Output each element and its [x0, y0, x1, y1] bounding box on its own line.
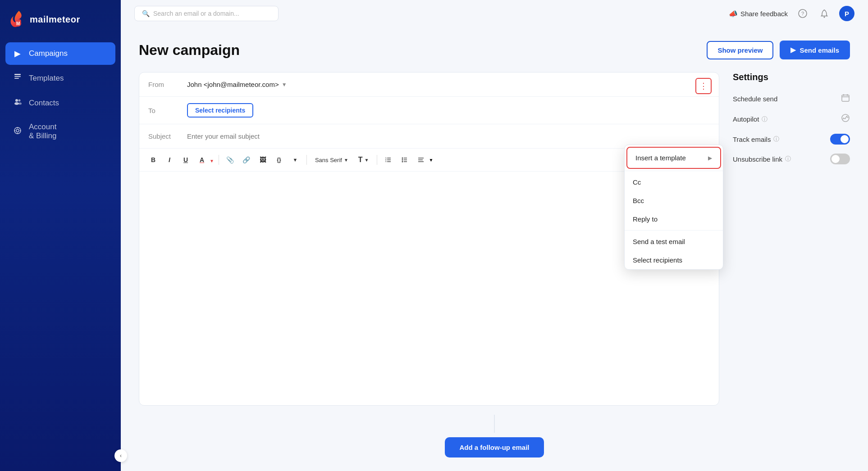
- svg-point-24: [402, 158, 403, 159]
- collapse-icon: ‹: [120, 453, 122, 459]
- share-feedback-button[interactable]: 📣 Share feedback: [729, 9, 788, 18]
- svg-text:?: ?: [801, 11, 804, 16]
- sidebar-item-label-contacts: Contacts: [29, 99, 59, 108]
- variables-caret[interactable]: ▼: [288, 153, 302, 167]
- templates-icon: [13, 73, 23, 83]
- schedule-send-icon[interactable]: [841, 93, 850, 104]
- unsubscribe-link-label: Unsubscribe link ⓘ: [733, 155, 791, 163]
- sidebar-item-contacts[interactable]: Contacts: [5, 91, 115, 114]
- composer-settings-container: ⋮ From John <john@mailmeteor.com> ▼ To S…: [139, 72, 850, 406]
- track-emails-toggle[interactable]: [830, 134, 850, 145]
- sidebar-item-templates[interactable]: Templates: [5, 67, 115, 90]
- autopilot-row: Autopilot ⓘ: [733, 113, 850, 125]
- italic-button[interactable]: I: [163, 153, 176, 167]
- add-followup-button[interactable]: Add a follow-up email: [445, 437, 544, 457]
- sidebar-navigation: ▶ Campaigns Templates Contacts Account& …: [0, 42, 121, 471]
- main-content: 🔍 Search an email or a domain... 📣 Share…: [121, 0, 868, 471]
- svg-rect-33: [842, 95, 849, 101]
- image-button[interactable]: 🖼: [256, 153, 270, 167]
- bcc-item[interactable]: Bcc: [625, 191, 723, 210]
- topbar: 🔍 Search an email or a domain... 📣 Share…: [121, 0, 868, 27]
- mailmeteor-logo-icon: M: [9, 10, 25, 29]
- autopilot-icon[interactable]: [841, 113, 850, 125]
- font-family-caret: ▼: [344, 158, 348, 163]
- font-size-dropdown[interactable]: T ▼: [355, 154, 373, 166]
- track-emails-row: Track emails ⓘ: [733, 134, 850, 145]
- from-dropdown[interactable]: John <john@mailmeteor.com> ▼: [187, 81, 287, 88]
- search-placeholder: Search an email or a domain...: [153, 10, 239, 17]
- unordered-list-button[interactable]: [398, 153, 411, 167]
- to-row: To Select recipients: [139, 97, 719, 124]
- share-feedback-label: Share feedback: [740, 10, 788, 18]
- user-avatar[interactable]: P: [839, 6, 854, 21]
- reply-to-item[interactable]: Reply to: [625, 210, 723, 228]
- toolbar-separator-1: [219, 155, 219, 165]
- campaigns-icon: ▶: [13, 49, 23, 59]
- font-size-label: T: [358, 156, 363, 164]
- account-billing-icon: [13, 127, 23, 137]
- svg-rect-4: [14, 78, 19, 79]
- attachment-button[interactable]: 📎: [224, 153, 237, 167]
- from-label: From: [148, 81, 180, 88]
- svg-text:3.: 3.: [385, 160, 387, 163]
- sidebar: M mailmeteor ▶ Campaigns Templates: [0, 0, 121, 471]
- cc-item[interactable]: Cc: [625, 173, 723, 191]
- sidebar-item-account-billing[interactable]: Account& Billing: [5, 116, 115, 147]
- ordered-list-button[interactable]: 1.2.3.: [382, 153, 395, 167]
- insert-template-item[interactable]: Insert a template ▶: [626, 147, 721, 169]
- align-button[interactable]: [414, 153, 428, 167]
- align-caret[interactable]: ▼: [429, 158, 433, 163]
- help-button[interactable]: ?: [796, 7, 809, 20]
- email-composer: ⋮ From John <john@mailmeteor.com> ▼ To S…: [139, 72, 719, 406]
- subject-input[interactable]: [187, 132, 710, 140]
- underline-button[interactable]: U: [179, 153, 192, 167]
- track-emails-label: Track emails ⓘ: [733, 135, 779, 143]
- unsubscribe-link-toggle[interactable]: [830, 154, 850, 164]
- unsubscribe-link-info-icon[interactable]: ⓘ: [785, 155, 791, 163]
- sidebar-item-label-campaigns: Campaigns: [29, 49, 68, 58]
- svg-point-5: [15, 99, 18, 102]
- topbar-actions: 📣 Share feedback ? P: [729, 6, 854, 21]
- svg-point-10: [16, 129, 19, 132]
- toolbar-separator-3: [377, 155, 377, 165]
- page-header: New campaign Show preview ▶ Send emails: [139, 41, 850, 59]
- sidebar-collapse-button[interactable]: ‹: [114, 449, 127, 462]
- bold-button[interactable]: B: [146, 153, 160, 167]
- search-bar[interactable]: 🔍 Search an email or a domain...: [134, 6, 279, 21]
- link-button[interactable]: 🔗: [240, 153, 253, 167]
- font-size-caret: ▼: [365, 158, 369, 163]
- sidebar-logo: M mailmeteor: [0, 0, 121, 42]
- schedule-send-label: Schedule send: [733, 95, 777, 103]
- header-actions: Show preview ▶ Send emails: [707, 41, 850, 59]
- font-family-label: Sans Serif: [315, 157, 342, 163]
- svg-text:M: M: [16, 21, 20, 26]
- svg-point-8: [18, 103, 22, 105]
- more-options-icon: ⋮: [699, 81, 708, 91]
- font-color-button[interactable]: A: [195, 153, 209, 167]
- toolbar-separator-2: [306, 155, 307, 165]
- svg-point-17: [824, 17, 825, 18]
- track-emails-toggle-knob: [841, 135, 849, 143]
- autopilot-label: Autopilot ⓘ: [733, 115, 767, 123]
- context-dropdown-menu: Insert a template ▶ Cc Bcc Reply to Send…: [624, 145, 723, 270]
- autopilot-info-icon[interactable]: ⓘ: [762, 115, 767, 123]
- to-label: To: [148, 107, 180, 114]
- sidebar-item-label-templates: Templates: [29, 74, 64, 83]
- more-options-button[interactable]: ⋮: [695, 78, 712, 94]
- svg-point-6: [14, 102, 19, 105]
- color-indicator: ▼: [210, 159, 214, 163]
- page-title: New campaign: [139, 42, 707, 59]
- track-emails-info-icon[interactable]: ⓘ: [773, 135, 779, 143]
- send-test-email-item[interactable]: Send a test email: [625, 232, 723, 251]
- notifications-button[interactable]: [818, 7, 831, 20]
- from-value: John <john@mailmeteor.com>: [187, 81, 279, 88]
- variables-button[interactable]: {}: [272, 153, 286, 167]
- send-emails-button[interactable]: ▶ Send emails: [780, 41, 850, 59]
- insert-template-arrow: ▶: [708, 155, 712, 161]
- select-recipients-button[interactable]: Select recipients: [187, 103, 253, 118]
- contacts-icon: [13, 98, 23, 108]
- sidebar-item-campaigns[interactable]: ▶ Campaigns: [5, 42, 115, 65]
- show-preview-button[interactable]: Show preview: [707, 41, 773, 59]
- select-recipients-item[interactable]: Select recipients: [625, 251, 723, 269]
- font-family-dropdown[interactable]: Sans Serif ▼: [311, 155, 352, 165]
